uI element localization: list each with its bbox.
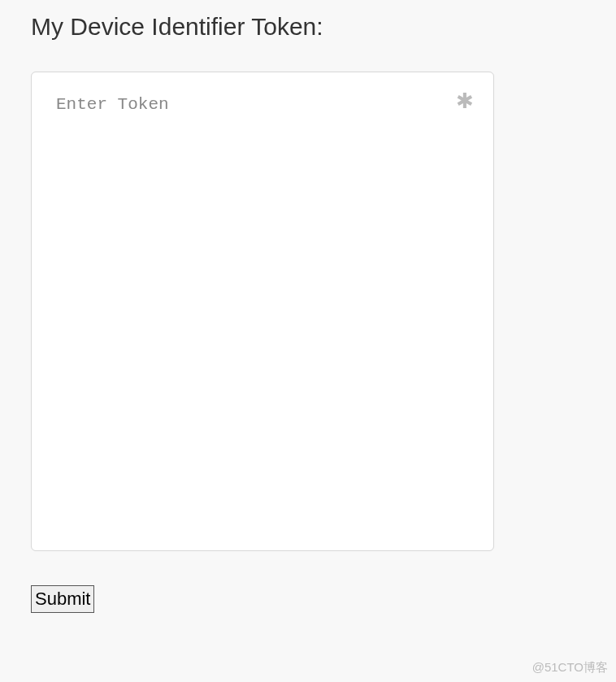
submit-button[interactable]: Submit xyxy=(31,585,94,613)
watermark-text: @51CTO博客 xyxy=(532,660,608,675)
token-input[interactable] xyxy=(56,95,469,528)
required-asterisk-icon: ✱ xyxy=(456,90,474,111)
token-input-box: ✱ xyxy=(31,72,494,551)
page-title: My Device Identifier Token: xyxy=(31,13,585,41)
main-container: My Device Identifier Token: ✱ Submit xyxy=(0,0,616,613)
